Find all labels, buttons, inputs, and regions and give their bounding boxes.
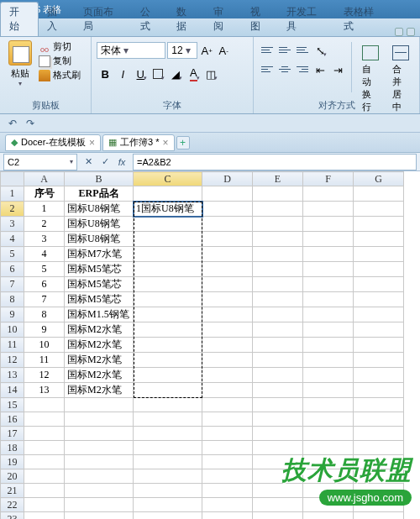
tab-formulas[interactable]: 公式 xyxy=(132,3,169,36)
font-color-button[interactable]: A xyxy=(185,66,202,82)
cell[interactable] xyxy=(202,512,253,520)
row-header[interactable]: 19 xyxy=(1,455,24,469)
cell[interactable] xyxy=(65,412,134,427)
cell[interactable] xyxy=(354,412,404,427)
close-icon[interactable]: × xyxy=(163,137,169,149)
cell[interactable]: 国标M1.5钢笔 xyxy=(65,307,134,322)
col-header-d[interactable]: D xyxy=(202,172,253,186)
cell[interactable] xyxy=(303,427,354,441)
tab-page-layout[interactable]: 页面布局 xyxy=(75,3,131,36)
cell[interactable] xyxy=(253,202,303,217)
cell[interactable] xyxy=(202,441,253,455)
cell[interactable] xyxy=(354,338,404,353)
cell[interactable]: 3 xyxy=(24,232,65,247)
row-header[interactable]: 18 xyxy=(1,441,24,455)
row-header[interactable]: 4 xyxy=(1,232,24,247)
cell[interactable] xyxy=(65,484,134,498)
cell[interactable] xyxy=(354,307,404,322)
cell[interactable] xyxy=(253,186,303,202)
cell[interactable] xyxy=(303,247,354,262)
cell[interactable] xyxy=(354,368,404,383)
tab-developer[interactable]: 开发工具 xyxy=(278,3,334,36)
cell[interactable] xyxy=(303,412,354,427)
bold-button[interactable]: B xyxy=(97,66,113,82)
cell[interactable] xyxy=(134,368,202,383)
cell[interactable] xyxy=(202,277,253,292)
tab-insert[interactable]: 插入 xyxy=(39,3,76,36)
cell[interactable] xyxy=(134,247,202,262)
row-header[interactable]: 2 xyxy=(1,202,24,217)
col-header-f[interactable]: F xyxy=(303,172,354,186)
cell[interactable] xyxy=(253,322,303,338)
cell[interactable] xyxy=(202,484,253,498)
cell[interactable] xyxy=(202,307,253,322)
cell[interactable] xyxy=(253,217,303,232)
cell[interactable] xyxy=(202,383,253,398)
cell[interactable] xyxy=(202,427,253,441)
cell[interactable] xyxy=(24,427,65,441)
tab-table-style[interactable]: 表格样式 xyxy=(335,3,391,36)
cell[interactable]: 国标U8钢笔 xyxy=(65,232,134,247)
tab-view[interactable]: 视图 xyxy=(242,3,279,36)
cell[interactable] xyxy=(253,262,303,277)
row-header[interactable]: 11 xyxy=(1,338,24,353)
cell[interactable] xyxy=(202,368,253,383)
fill-color-button[interactable]: ◢ xyxy=(167,66,184,82)
cell[interactable] xyxy=(202,498,253,512)
cell[interactable] xyxy=(24,398,65,412)
cell[interactable] xyxy=(303,512,354,520)
cell[interactable] xyxy=(202,338,253,353)
cell[interactable] xyxy=(354,383,404,398)
cell[interactable] xyxy=(134,262,202,277)
cell[interactable] xyxy=(303,232,354,247)
align-top-button[interactable] xyxy=(259,42,276,57)
orientation-button[interactable]: ⤡ xyxy=(312,42,328,59)
cell[interactable] xyxy=(202,247,253,262)
decrease-font-button[interactable]: A- xyxy=(216,42,231,59)
cell[interactable] xyxy=(354,441,404,455)
fx-button[interactable]: fx xyxy=(114,155,129,170)
cell[interactable] xyxy=(202,186,253,202)
undo-button[interactable]: ↶ xyxy=(5,116,20,131)
cell[interactable] xyxy=(134,232,202,247)
cell[interactable] xyxy=(253,441,303,455)
cell[interactable] xyxy=(65,512,134,520)
row-header[interactable]: 6 xyxy=(1,262,24,277)
cell[interactable] xyxy=(303,186,354,202)
cell[interactable] xyxy=(354,322,404,338)
row-header[interactable]: 10 xyxy=(1,322,24,338)
cell[interactable] xyxy=(65,498,134,512)
cell[interactable] xyxy=(134,277,202,292)
row-header[interactable]: 9 xyxy=(1,307,24,322)
doc-tab-docer[interactable]: ◆ Docer-在线模板 × xyxy=(5,134,101,151)
cell[interactable] xyxy=(65,469,134,484)
cell[interactable] xyxy=(303,353,354,368)
cell[interactable] xyxy=(202,412,253,427)
close-icon[interactable]: × xyxy=(89,137,95,149)
row-header[interactable]: 17 xyxy=(1,427,24,441)
cell[interactable]: 1国标U8钢笔 xyxy=(134,202,202,217)
cancel-formula-button[interactable]: ✕ xyxy=(81,155,96,170)
enter-formula-button[interactable]: ✓ xyxy=(97,155,113,170)
align-left-button[interactable] xyxy=(259,61,276,76)
row-header[interactable]: 1 xyxy=(1,186,24,202)
cell[interactable] xyxy=(134,292,202,307)
cell[interactable] xyxy=(134,353,202,368)
cell[interactable] xyxy=(24,469,65,484)
tab-review[interactable]: 审阅 xyxy=(205,3,242,36)
cell[interactable] xyxy=(24,512,65,520)
cell[interactable] xyxy=(65,441,134,455)
cell[interactable] xyxy=(354,353,404,368)
increase-font-button[interactable]: A+ xyxy=(199,42,214,59)
cell[interactable] xyxy=(303,338,354,353)
cell[interactable] xyxy=(253,307,303,322)
cell[interactable] xyxy=(24,412,65,427)
cell[interactable] xyxy=(24,455,65,469)
cell[interactable] xyxy=(134,512,202,520)
cell[interactable] xyxy=(253,512,303,520)
cell[interactable] xyxy=(65,398,134,412)
select-all-corner[interactable] xyxy=(1,172,24,186)
font-size-combo[interactable]: 12▾ xyxy=(167,42,197,59)
new-tab-button[interactable]: + xyxy=(176,136,190,149)
cell[interactable] xyxy=(253,338,303,353)
